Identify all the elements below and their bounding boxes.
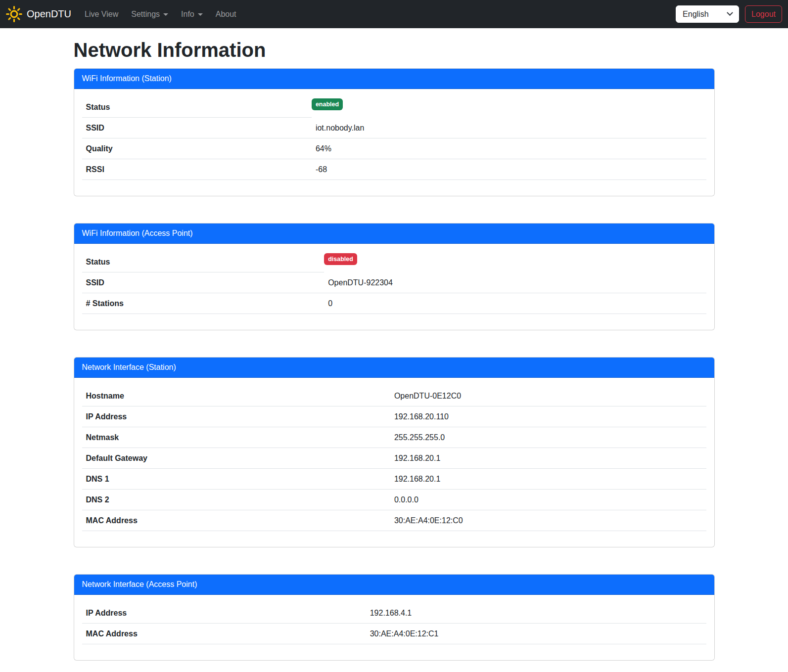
row-label: DNS 1 bbox=[82, 469, 390, 490]
row-value: 30:AE:A4:0E:12:C0 bbox=[390, 510, 706, 531]
table-row: Status enabled bbox=[82, 97, 706, 118]
table-row: # Stations 0 bbox=[82, 293, 706, 314]
language-select-value: English bbox=[683, 10, 708, 19]
table-row: IP Address 192.168.4.1 bbox=[82, 603, 706, 624]
status-badge: disabled bbox=[324, 253, 357, 265]
card-header: Network Interface (Access Point) bbox=[74, 575, 714, 595]
status-badge: enabled bbox=[312, 98, 343, 110]
card-wifi-access-point: WiFi Information (Access Point) Status d… bbox=[74, 223, 715, 330]
navbar: OpenDTU Live View Settings Info About En… bbox=[0, 0, 788, 28]
caret-down-icon bbox=[163, 13, 168, 16]
table-row: Status disabled bbox=[82, 252, 706, 272]
row-value: 192.168.20.1 bbox=[390, 469, 706, 490]
table-row: Quality 64% bbox=[82, 138, 706, 159]
row-label: SSID bbox=[82, 272, 324, 293]
row-label: SSID bbox=[82, 118, 312, 138]
row-label: Hostname bbox=[82, 386, 390, 406]
table-row: SSID OpenDTU-922304 bbox=[82, 272, 706, 293]
row-label: Quality bbox=[82, 138, 312, 159]
brand-label: OpenDTU bbox=[27, 8, 71, 20]
nav-item-settings[interactable]: Settings bbox=[127, 6, 173, 23]
logout-button[interactable]: Logout bbox=[745, 5, 782, 23]
nav-item-label: Settings bbox=[131, 10, 160, 19]
row-label: DNS 2 bbox=[82, 490, 390, 510]
nav-item-label: Live View bbox=[85, 10, 118, 19]
table-row: DNS 2 0.0.0.0 bbox=[82, 490, 706, 510]
card-body: Status enabled SSID iot.nobody.lan Quali… bbox=[74, 89, 714, 196]
table-row: SSID iot.nobody.lan bbox=[82, 118, 706, 138]
sun-icon bbox=[6, 6, 22, 22]
row-value: 0 bbox=[324, 293, 706, 314]
language-select[interactable]: English bbox=[676, 5, 739, 23]
card-wifi-station: WiFi Information (Station) Status enable… bbox=[74, 68, 715, 196]
row-value: 255.255.255.0 bbox=[390, 427, 706, 448]
nav-links: Live View Settings Info About bbox=[78, 6, 243, 23]
nav-item-info[interactable]: Info bbox=[177, 6, 207, 23]
card-body: Hostname OpenDTU-0E12C0 IP Address 192.1… bbox=[74, 378, 714, 547]
table-row: DNS 1 192.168.20.1 bbox=[82, 469, 706, 490]
row-value: 30:AE:A4:0E:12:C1 bbox=[366, 624, 706, 644]
card-network-interface-access-point: Network Interface (Access Point) IP Addr… bbox=[74, 574, 715, 661]
row-label: MAC Address bbox=[82, 510, 390, 531]
caret-down-icon bbox=[198, 13, 203, 16]
brand-link[interactable]: OpenDTU bbox=[6, 6, 71, 22]
table-row: IP Address 192.168.20.110 bbox=[82, 406, 706, 427]
card-header: WiFi Information (Station) bbox=[74, 69, 714, 89]
row-value: iot.nobody.lan bbox=[312, 118, 706, 138]
main-content: Network Information WiFi Information (St… bbox=[74, 38, 715, 661]
table-row: MAC Address 30:AE:A4:0E:12:C1 bbox=[82, 624, 706, 644]
row-value: 64% bbox=[312, 138, 706, 159]
card-body: Status disabled SSID OpenDTU-922304 # St… bbox=[74, 244, 714, 330]
card-header: WiFi Information (Access Point) bbox=[74, 224, 714, 244]
row-label: Netmask bbox=[82, 427, 390, 448]
card-body: IP Address 192.168.4.1 MAC Address 30:AE… bbox=[74, 595, 714, 660]
row-value: 192.168.20.1 bbox=[390, 448, 706, 469]
row-label: RSSI bbox=[82, 159, 312, 180]
nav-item-label: About bbox=[216, 10, 236, 19]
nav-item-live-view[interactable]: Live View bbox=[80, 6, 123, 23]
row-value: 192.168.4.1 bbox=[366, 603, 706, 624]
row-label: # Stations bbox=[82, 293, 324, 314]
row-label: Status bbox=[82, 97, 312, 118]
row-value: 0.0.0.0 bbox=[390, 490, 706, 510]
table-row: Hostname OpenDTU-0E12C0 bbox=[82, 386, 706, 406]
navbar-right: English Logout bbox=[676, 5, 782, 23]
row-label: Default Gateway bbox=[82, 448, 390, 469]
row-label: IP Address bbox=[82, 603, 366, 624]
card-network-interface-station: Network Interface (Station) Hostname Ope… bbox=[74, 357, 715, 547]
row-value: disabled bbox=[324, 252, 706, 272]
chevron-down-icon bbox=[727, 9, 733, 16]
table-row: MAC Address 30:AE:A4:0E:12:C0 bbox=[82, 510, 706, 531]
table-row: Netmask 255.255.255.0 bbox=[82, 427, 706, 448]
row-label: IP Address bbox=[82, 406, 390, 427]
row-value: -68 bbox=[312, 159, 706, 180]
page-title: Network Information bbox=[74, 38, 715, 62]
nav-item-about[interactable]: About bbox=[211, 6, 241, 23]
row-label: MAC Address bbox=[82, 624, 366, 644]
row-value: enabled bbox=[312, 97, 706, 118]
table-row: Default Gateway 192.168.20.1 bbox=[82, 448, 706, 469]
table-row: RSSI -68 bbox=[82, 159, 706, 180]
row-value: OpenDTU-922304 bbox=[324, 272, 706, 293]
row-value: OpenDTU-0E12C0 bbox=[390, 386, 706, 406]
nav-item-label: Info bbox=[181, 10, 194, 19]
row-value: 192.168.20.110 bbox=[390, 406, 706, 427]
card-header: Network Interface (Station) bbox=[74, 358, 714, 378]
row-label: Status bbox=[82, 252, 324, 272]
